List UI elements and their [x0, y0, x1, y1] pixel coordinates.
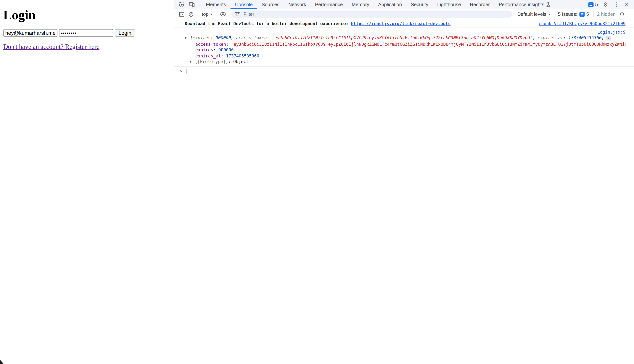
console-filter: [231, 10, 512, 18]
prototype-label: [[Prototype]]: [195, 59, 228, 64]
log-levels-label: Default levels: [517, 11, 546, 17]
screenshot-root: Login Login Don't have an account? Regis…: [0, 0, 634, 364]
password-field[interactable]: [59, 29, 113, 37]
register-link[interactable]: Don't have an account? Register here: [3, 43, 99, 50]
chevron-down-icon: ▾: [548, 12, 550, 16]
preview-key-expires: expires: [192, 35, 210, 40]
toolbar-separator: [198, 11, 198, 17]
device-toolbar-icon[interactable]: [189, 2, 194, 7]
login-button[interactable]: Login: [115, 29, 135, 37]
tab-performance-insights[interactable]: Performance insights: [494, 0, 555, 9]
console-message-text: Download the React DevTools for a better…: [185, 21, 538, 26]
login-form: Login: [3, 29, 174, 37]
issues-icon: [588, 2, 594, 7]
console-message-react-devtools: Download the React DevTools for a better…: [174, 19, 634, 28]
tab-elements[interactable]: Elements: [201, 0, 230, 9]
property-name: access_token: [195, 42, 226, 46]
toolbar-separator: [554, 11, 554, 17]
expand-triangle-icon[interactable]: ▶: [190, 59, 195, 65]
issues-count: 5: [586, 11, 589, 17]
property-value-string: "eyJhbGciOiJIUzI1NiIsInR5cCI6IkpXVCJ9.ey…: [231, 42, 626, 46]
property-value-number: 900000: [218, 47, 234, 52]
tabbar-separator: [199, 2, 199, 7]
email-field[interactable]: [3, 29, 57, 37]
hidden-messages-label[interactable]: 2 hidden: [597, 11, 616, 17]
devtools-panel: Elements Console Sources Network Perform…: [174, 0, 634, 364]
devtools-tabbar: Elements Console Sources Network Perform…: [174, 0, 634, 9]
inspect-element-icon[interactable]: [179, 2, 184, 7]
tab-security[interactable]: Security: [406, 0, 433, 9]
context-selector[interactable]: top ▾: [202, 11, 212, 17]
console-message-object: Login.jsx:9 ▼{expires: 900000, access_to…: [174, 28, 634, 66]
property-name: expires: [195, 47, 213, 52]
brace-open: {: [190, 35, 192, 40]
preview-value-expires: 900000: [216, 35, 231, 40]
console-settings-gear-icon[interactable]: ⚙: [620, 11, 624, 17]
object-prototype-row: ▶[[Prototype]]: Object: [185, 58, 626, 65]
source-link-login-jsx[interactable]: Login.jsx:9: [597, 29, 626, 34]
settings-gear-icon[interactable]: ⚙: [603, 2, 608, 7]
context-selector-label: top: [202, 11, 208, 17]
source-link-chunk[interactable]: chunk-VIJJTZRL.js?v=960bd321:21609: [538, 21, 626, 26]
flask-icon: [546, 2, 550, 7]
preview-value-access-token: 'eyJhbGciOiJIUzI1NiIsInR5cCI6IkpXVCJ9.ey…: [272, 35, 532, 40]
kebab-menu-icon[interactable]: ⋮: [614, 2, 619, 7]
object-property-expires-at: expires_at: 1737405535360: [185, 53, 626, 59]
object-info-badge[interactable]: i: [606, 36, 611, 40]
tab-application[interactable]: Application: [374, 0, 406, 9]
console-toolbar: top ▾ Default levels ▾: [174, 9, 634, 19]
cursor-artifact: [0, 360, 4, 364]
message-text: Download the React DevTools for a better…: [185, 21, 351, 26]
comma: ,: [231, 35, 236, 40]
tab-recorder[interactable]: Recorder: [465, 0, 494, 9]
clear-console-icon[interactable]: [188, 12, 194, 17]
colon: :: [210, 35, 216, 40]
log-levels-dropdown[interactable]: Default levels ▾: [517, 11, 550, 17]
collapse-triangle-icon[interactable]: ▼: [185, 35, 190, 41]
page-title: Login: [3, 8, 174, 22]
tab-sources[interactable]: Sources: [257, 0, 284, 9]
tab-lighthouse[interactable]: Lighthouse: [433, 0, 465, 9]
colon: :: [221, 53, 226, 58]
react-devtools-link[interactable]: https://reactjs.org/link/react-devtools: [351, 21, 450, 26]
console-prompt[interactable]: >: [174, 66, 634, 76]
chevron-down-icon: ▾: [210, 12, 212, 16]
brace-close: }: [602, 35, 604, 40]
colon: :: [228, 59, 233, 64]
property-name: expires_at: [195, 53, 221, 58]
console-sidebar-toggle-icon[interactable]: [179, 12, 184, 17]
comma: ,: [532, 35, 538, 40]
object-preview-line: ▼{expires: 900000, access_token: 'eyJhbG…: [185, 35, 626, 41]
toolbar-separator: [593, 11, 593, 17]
tab-memory[interactable]: Memory: [347, 0, 374, 9]
colon: :: [213, 47, 218, 52]
colon: :: [226, 42, 231, 46]
live-expression-eye-icon[interactable]: [220, 12, 226, 16]
text-cursor: [186, 68, 186, 74]
toolbar-separator: [216, 11, 216, 17]
login-page: Login Login Don't have an account? Regis…: [0, 0, 174, 364]
preview-key-access-token: access_token: [236, 35, 267, 40]
close-devtools-icon[interactable]: ✕: [624, 2, 629, 7]
colon: :: [267, 35, 272, 40]
issues-counter[interactable]: 5: [588, 2, 598, 7]
tab-network[interactable]: Network: [284, 0, 311, 9]
colon: :: [563, 35, 568, 40]
tab-console[interactable]: Console: [230, 0, 257, 9]
tab-performance-insights-label: Performance insights: [499, 2, 544, 7]
issues-icon: [579, 12, 584, 17]
preview-key-expires-at: expires_at: [538, 35, 563, 40]
object-property-expires: expires: 900000: [185, 47, 626, 53]
filter-funnel-icon: [235, 12, 240, 16]
object-property-access-token: access_token: "eyJhbGciOiJIUzI1NiIsInR5c…: [185, 41, 626, 47]
prompt-chevron-icon: >: [180, 68, 182, 74]
filter-input[interactable]: [243, 11, 511, 18]
toolbar-issues[interactable]: 5 Issues: 5: [558, 11, 589, 17]
property-value-number: 1737405535360: [226, 53, 259, 58]
tab-performance[interactable]: Performance: [310, 0, 347, 9]
source-line: Login.jsx:9: [185, 29, 626, 35]
preview-value-expires-at: 1737405535360: [568, 35, 602, 40]
prototype-value: Object: [233, 59, 248, 64]
issues-label: 5 Issues:: [558, 11, 577, 17]
browser-viewport: Login Login Don't have an account? Regis…: [0, 0, 634, 364]
